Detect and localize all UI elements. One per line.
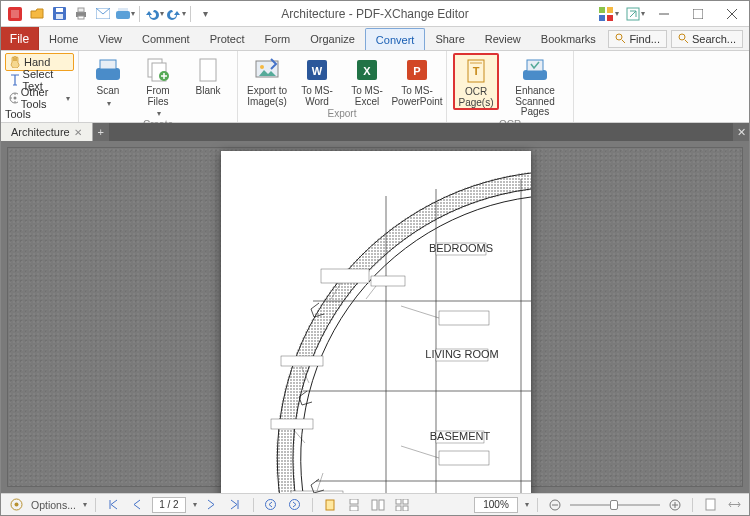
- window-controls: [647, 1, 749, 26]
- export-excel-label: To MS- Excel: [351, 86, 383, 107]
- tab-share[interactable]: Share: [425, 27, 474, 50]
- undo-icon[interactable]: ▾: [144, 4, 164, 24]
- ocr-pages-button[interactable]: T OCR Page(s): [453, 53, 499, 110]
- open-icon[interactable]: [27, 4, 47, 24]
- titlebar-tools: ▾ ▾: [599, 1, 645, 26]
- zoom-slider[interactable]: [570, 498, 660, 512]
- document-viewport[interactable]: BEDROOMS LIVING ROOM BASEMENT: [1, 141, 749, 493]
- zoom-input[interactable]: [474, 497, 518, 513]
- print-icon[interactable]: [71, 4, 91, 24]
- tab-form[interactable]: Form: [255, 27, 301, 50]
- search-button[interactable]: Search...: [671, 30, 743, 48]
- svg-rect-70: [372, 500, 377, 510]
- close-tab-icon[interactable]: ✕: [74, 127, 82, 138]
- qat-customize-icon[interactable]: ▾: [195, 4, 215, 24]
- svg-line-62: [366, 286, 376, 299]
- zoom-out-icon[interactable]: [546, 496, 564, 514]
- app-icon[interactable]: [5, 4, 25, 24]
- svg-rect-5: [78, 8, 84, 12]
- maximize-button[interactable]: [681, 1, 715, 26]
- tabbar-right: Find... Search...: [608, 27, 743, 50]
- other-tools[interactable]: Other Tools▾: [5, 89, 74, 107]
- export-image-button[interactable]: Export to Image(s): [244, 53, 290, 108]
- svg-point-16: [616, 34, 622, 40]
- tools-group: Hand Select Text Other Tools▾ Tools: [1, 51, 79, 122]
- first-page-icon[interactable]: [104, 496, 122, 514]
- svg-rect-15: [693, 9, 703, 19]
- two-page-icon[interactable]: [369, 496, 387, 514]
- tab-home[interactable]: Home: [39, 27, 88, 50]
- svg-rect-38: [527, 60, 543, 71]
- export-ppt-button[interactable]: P To MS- PowerPoint: [394, 53, 440, 108]
- options-gear-icon[interactable]: [7, 496, 25, 514]
- export-excel-button[interactable]: X To MS- Excel: [344, 53, 390, 108]
- svg-line-60: [401, 446, 439, 458]
- find-label: Find...: [629, 33, 660, 45]
- room-basement: BASEMENT: [430, 430, 491, 442]
- svg-rect-68: [350, 499, 358, 504]
- app-window: ▾ ▾ ▾ ▾ Architecture - PDF-XChange Edito…: [0, 0, 750, 516]
- page-input[interactable]: [152, 497, 186, 513]
- svg-rect-49: [321, 269, 369, 283]
- svg-rect-11: [607, 7, 613, 13]
- tab-comment[interactable]: Comment: [132, 27, 200, 50]
- tab-bookmarks[interactable]: Bookmarks: [531, 27, 606, 50]
- fit-width-icon[interactable]: [725, 496, 743, 514]
- tab-view[interactable]: View: [88, 27, 132, 50]
- svg-text:T: T: [473, 65, 480, 77]
- document-tabs: Architecture ✕ + ✕: [1, 123, 749, 141]
- blank-button[interactable]: Blank: [185, 53, 231, 98]
- prev-page-icon[interactable]: [128, 496, 146, 514]
- document-tab[interactable]: Architecture ✕: [1, 123, 93, 141]
- save-icon[interactable]: [49, 4, 69, 24]
- tab-protect[interactable]: Protect: [200, 27, 255, 50]
- ui-options-icon[interactable]: ▾: [599, 4, 619, 24]
- svg-rect-55: [271, 419, 313, 429]
- last-page-icon[interactable]: [227, 496, 245, 514]
- options-label[interactable]: Options...: [31, 499, 76, 511]
- scan-button[interactable]: Scan▾: [85, 53, 131, 109]
- tab-organize[interactable]: Organize: [300, 27, 365, 50]
- tab-convert[interactable]: Convert: [365, 28, 426, 50]
- scan-qat-icon[interactable]: ▾: [115, 4, 135, 24]
- svg-rect-71: [379, 500, 384, 510]
- redo-icon[interactable]: ▾: [166, 4, 186, 24]
- launch-icon[interactable]: ▾: [625, 4, 645, 24]
- minimize-button[interactable]: [647, 1, 681, 26]
- zoom-thumb[interactable]: [610, 500, 618, 510]
- svg-point-64: [14, 503, 18, 507]
- email-icon[interactable]: [93, 4, 113, 24]
- fit-page-icon[interactable]: [701, 496, 719, 514]
- single-page-icon[interactable]: [321, 496, 339, 514]
- tab-review[interactable]: Review: [475, 27, 531, 50]
- from-files-button[interactable]: From Files▾: [135, 53, 181, 119]
- nav-back-icon[interactable]: [262, 496, 280, 514]
- svg-rect-67: [326, 500, 334, 510]
- pdf-page: BEDROOMS LIVING ROOM BASEMENT: [221, 151, 531, 493]
- room-living: LIVING ROOM: [425, 348, 498, 360]
- ribbon-tabs: File Home View Comment Protect Form Orga…: [1, 27, 749, 51]
- zoom-in-icon[interactable]: [666, 496, 684, 514]
- export-group: Export to Image(s) W To MS- Word X To MS…: [238, 51, 447, 122]
- close-button[interactable]: [715, 1, 749, 26]
- svg-rect-51: [439, 311, 489, 325]
- scan-label: Scan: [97, 86, 120, 97]
- file-tab[interactable]: File: [1, 27, 39, 50]
- continuous-icon[interactable]: [345, 496, 363, 514]
- nav-fwd-icon[interactable]: [286, 496, 304, 514]
- svg-rect-10: [599, 7, 605, 13]
- from-files-label: From Files: [146, 86, 169, 107]
- svg-point-27: [260, 65, 264, 69]
- new-tab-button[interactable]: +: [93, 123, 109, 141]
- two-continuous-icon[interactable]: [393, 496, 411, 514]
- enhance-scanned-button[interactable]: Enhance Scanned Pages: [503, 53, 567, 119]
- svg-line-58: [317, 473, 323, 491]
- statusbar: Options...▾ ▾ ▾: [1, 493, 749, 515]
- svg-rect-36: [470, 62, 482, 64]
- close-all-tabs-icon[interactable]: ✕: [733, 123, 749, 141]
- next-page-icon[interactable]: [203, 496, 221, 514]
- export-word-label: To MS- Word: [301, 86, 333, 107]
- find-button[interactable]: Find...: [608, 30, 667, 48]
- svg-rect-61: [371, 276, 405, 286]
- export-word-button[interactable]: W To MS- Word: [294, 53, 340, 108]
